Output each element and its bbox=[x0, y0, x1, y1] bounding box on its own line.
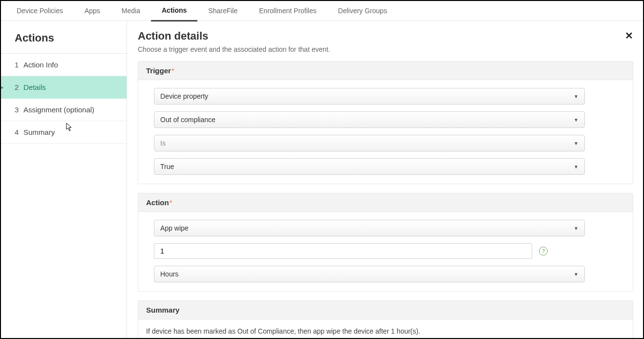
tab-media[interactable]: Media bbox=[111, 1, 151, 21]
select-value: True bbox=[160, 163, 174, 170]
step-label: Details bbox=[23, 83, 46, 91]
chevron-down-icon: ▼ bbox=[574, 226, 579, 231]
close-button[interactable]: ✕ bbox=[625, 30, 633, 42]
select-value: Out of compliance bbox=[160, 116, 215, 124]
trigger-property-select[interactable]: Out of compliance ▼ bbox=[154, 111, 585, 128]
chevron-down-icon: ▼ bbox=[574, 141, 579, 146]
tab-enrollment-profiles[interactable]: Enrollment Profiles bbox=[248, 1, 327, 21]
step-label: Action Info bbox=[23, 61, 58, 69]
step-number: 2 bbox=[15, 83, 23, 91]
wizard-step-summary[interactable]: 4 Summary bbox=[1, 121, 127, 144]
chevron-down-icon: ▼ bbox=[574, 272, 579, 277]
chevron-down-icon: ▼ bbox=[574, 164, 579, 170]
select-value: Is bbox=[160, 139, 166, 147]
summary-header: Summary bbox=[138, 301, 633, 319]
select-value: App wipe bbox=[160, 224, 189, 232]
trigger-header: Trigger* bbox=[138, 62, 633, 80]
chevron-down-icon: ▼ bbox=[574, 94, 579, 99]
page-subtitle: Choose a trigger event and the associate… bbox=[138, 45, 330, 53]
trigger-label: Trigger bbox=[146, 66, 171, 75]
delay-unit-select[interactable]: Hours ▼ bbox=[154, 266, 585, 282]
top-tabs: Device Policies Apps Media Actions Share… bbox=[1, 1, 643, 21]
step-number: 3 bbox=[15, 106, 23, 114]
action-panel: Action* App wipe ▼ ? Hours ▼ bbox=[138, 193, 633, 292]
tab-device-policies[interactable]: Device Policies bbox=[6, 1, 74, 21]
summary-text: If device has been marked as Out of Comp… bbox=[138, 319, 633, 339]
action-label: Action bbox=[146, 198, 169, 207]
wizard-step-details[interactable]: 2 Details bbox=[1, 76, 127, 99]
tab-apps[interactable]: Apps bbox=[74, 1, 111, 21]
trigger-value-select[interactable]: True ▼ bbox=[154, 158, 585, 175]
wizard-step-action-info[interactable]: 1 Action Info bbox=[1, 54, 127, 76]
chevron-down-icon: ▼ bbox=[574, 117, 579, 123]
required-asterisk: * bbox=[172, 66, 174, 75]
delay-input[interactable] bbox=[154, 243, 532, 259]
step-label: Summary bbox=[23, 128, 55, 136]
action-header: Action* bbox=[138, 193, 633, 212]
trigger-operator-select[interactable]: Is ▼ bbox=[154, 135, 585, 151]
tab-delivery-groups[interactable]: Delivery Groups bbox=[327, 1, 398, 21]
sidebar-title: Actions bbox=[1, 21, 127, 54]
select-value: Device property bbox=[160, 92, 208, 100]
main-content: Action details Choose a trigger event an… bbox=[127, 21, 643, 339]
wizard-step-assignment[interactable]: 3 Assignment (optional) bbox=[1, 99, 127, 121]
trigger-panel: Trigger* Device property ▼ Out of compli… bbox=[138, 61, 633, 184]
page-title: Action details bbox=[138, 30, 330, 42]
tab-sharefile[interactable]: ShareFile bbox=[197, 1, 248, 21]
select-value: Hours bbox=[160, 270, 178, 278]
summary-panel: Summary If device has been marked as Out… bbox=[138, 300, 633, 339]
required-asterisk: * bbox=[170, 198, 172, 207]
tab-actions[interactable]: Actions bbox=[151, 0, 197, 21]
step-label: Assignment (optional) bbox=[23, 106, 94, 114]
trigger-type-select[interactable]: Device property ▼ bbox=[154, 88, 585, 105]
step-number: 4 bbox=[15, 128, 23, 136]
help-icon[interactable]: ? bbox=[539, 247, 548, 255]
step-number: 1 bbox=[15, 61, 23, 69]
action-type-select[interactable]: App wipe ▼ bbox=[154, 220, 585, 236]
wizard-sidebar: Actions 1 Action Info 2 Details 3 Assign… bbox=[1, 21, 127, 339]
